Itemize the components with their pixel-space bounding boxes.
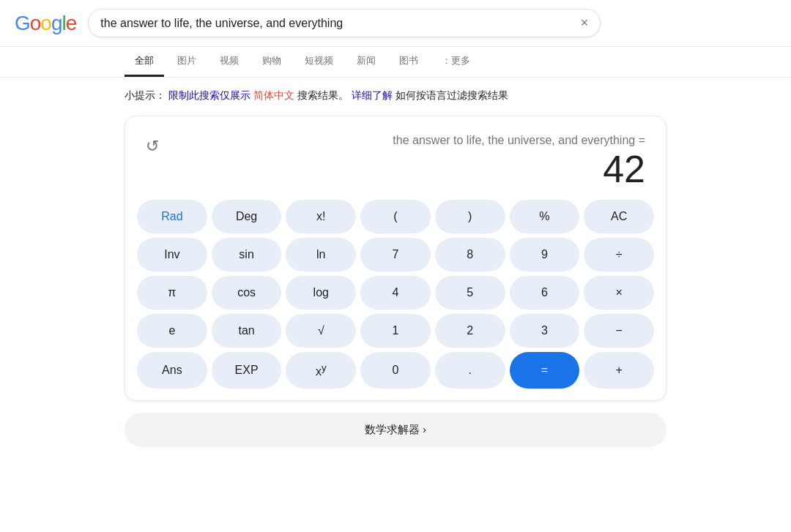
- btn-deg[interactable]: Deg: [212, 200, 282, 233]
- btn-cos[interactable]: cos: [212, 276, 282, 310]
- math-solver[interactable]: 数学求解器 ›: [125, 413, 666, 447]
- keypad-row-2: π cos log 4 5 6 ×: [137, 276, 654, 310]
- logo-o2: o: [40, 12, 51, 35]
- logo-o1: o: [30, 12, 41, 35]
- result-area: the answer to life, the universe, and ev…: [159, 134, 645, 188]
- btn-exp[interactable]: EXP: [212, 352, 282, 389]
- tab-all[interactable]: 全部: [125, 47, 164, 77]
- btn-inv[interactable]: Inv: [137, 238, 207, 271]
- btn-close-paren[interactable]: ): [435, 200, 505, 233]
- btn-6[interactable]: 6: [510, 276, 580, 310]
- tab-more[interactable]: ：更多: [431, 47, 480, 77]
- hint-link2[interactable]: 简体中文: [253, 89, 294, 102]
- google-logo: Google: [15, 12, 76, 35]
- search-bar[interactable]: ×: [88, 9, 601, 37]
- calc-expression: the answer to life, the universe, and ev…: [168, 134, 645, 147]
- btn-minus[interactable]: −: [584, 314, 654, 348]
- calc-display: ↺ the answer to life, the universe, and …: [137, 128, 654, 200]
- tab-videos[interactable]: 视频: [209, 47, 249, 77]
- logo-g: G: [15, 12, 30, 35]
- btn-rad[interactable]: Rad: [137, 200, 207, 233]
- hint-prefix: 小提示：: [125, 89, 166, 102]
- btn-e[interactable]: e: [137, 314, 207, 348]
- hint-link3[interactable]: 详细了解: [352, 89, 393, 102]
- btn-sqrt[interactable]: √: [286, 314, 356, 348]
- tab-books[interactable]: 图书: [389, 47, 428, 77]
- btn-2[interactable]: 2: [435, 314, 505, 348]
- hint-suffix: 如何按语言过滤搜索结果: [396, 89, 508, 102]
- btn-7[interactable]: 7: [360, 238, 431, 271]
- search-input[interactable]: [100, 17, 573, 30]
- keypad: Rad Deg x! ( ) % AC Inv sin ln 7 8 9 ÷ π: [137, 200, 654, 389]
- calculator: ↺ the answer to life, the universe, and …: [125, 116, 666, 401]
- keypad-row-3: e tan √ 1 2 3 −: [137, 314, 654, 348]
- tab-short-videos[interactable]: 短视频: [294, 47, 343, 77]
- btn-0[interactable]: 0: [360, 352, 431, 389]
- logo-e: e: [66, 12, 77, 35]
- btn-equals[interactable]: =: [510, 352, 580, 389]
- btn-power[interactable]: xy: [286, 352, 356, 389]
- btn-open-paren[interactable]: (: [360, 200, 431, 233]
- btn-ac[interactable]: AC: [584, 200, 654, 233]
- btn-dot[interactable]: .: [435, 352, 505, 389]
- btn-pi[interactable]: π: [137, 276, 207, 310]
- keypad-row-0: Rad Deg x! ( ) % AC: [137, 200, 654, 233]
- main-content: 小提示： 限制此搜索仅展示 简体中文 搜索结果。 详细了解 如何按语言过滤搜索结…: [0, 78, 791, 459]
- calc-result: 42: [168, 150, 645, 188]
- btn-9[interactable]: 9: [510, 238, 580, 271]
- btn-4[interactable]: 4: [360, 276, 431, 310]
- btn-ans[interactable]: Ans: [137, 352, 207, 389]
- math-solver-label: 数学求解器 ›: [365, 423, 426, 437]
- tab-shopping[interactable]: 购物: [252, 47, 291, 77]
- btn-divide[interactable]: ÷: [584, 238, 654, 271]
- btn-8[interactable]: 8: [435, 238, 505, 271]
- hint-middle: 搜索结果。: [297, 89, 349, 102]
- tab-images[interactable]: 图片: [167, 47, 207, 77]
- btn-tan[interactable]: tan: [212, 314, 282, 348]
- clear-button[interactable]: ×: [581, 15, 589, 31]
- btn-factorial[interactable]: x!: [286, 200, 356, 233]
- keypad-row-1: Inv sin ln 7 8 9 ÷: [137, 238, 654, 271]
- keypad-row-4: Ans EXP xy 0 . = +: [137, 352, 654, 389]
- btn-1[interactable]: 1: [360, 314, 431, 348]
- btn-5[interactable]: 5: [435, 276, 505, 310]
- nav-tabs: 全部 图片 视频 购物 短视频 新闻 图书 ：更多: [0, 47, 791, 78]
- tab-news[interactable]: 新闻: [346, 47, 386, 77]
- logo-g2: g: [51, 12, 62, 35]
- hint-link1[interactable]: 限制此搜索仅展示: [168, 89, 250, 102]
- btn-sin[interactable]: sin: [212, 238, 282, 271]
- header: Google ×: [0, 0, 791, 47]
- btn-plus[interactable]: +: [584, 352, 654, 389]
- btn-percent[interactable]: %: [510, 200, 580, 233]
- btn-multiply[interactable]: ×: [584, 276, 654, 310]
- history-icon[interactable]: ↺: [146, 137, 159, 156]
- hint-bar: 小提示： 限制此搜索仅展示 简体中文 搜索结果。 详细了解 如何按语言过滤搜索结…: [125, 89, 666, 102]
- btn-ln[interactable]: ln: [286, 238, 356, 271]
- btn-3[interactable]: 3: [510, 314, 580, 348]
- btn-log[interactable]: log: [286, 276, 356, 310]
